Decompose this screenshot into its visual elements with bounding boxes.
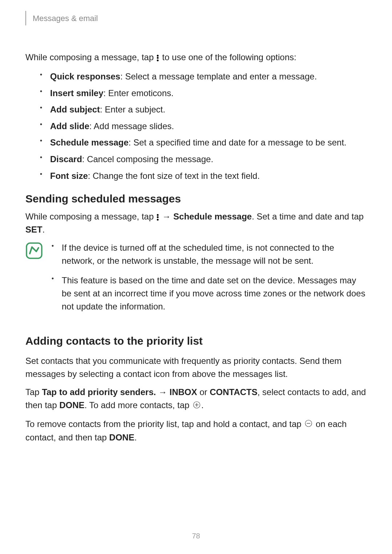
tap-priority-label: Tap to add priority senders.: [42, 387, 156, 397]
option-label: Add subject: [50, 104, 100, 114]
text-fragment: →: [156, 387, 170, 397]
list-item: Add subject: Enter a subject.: [40, 103, 367, 116]
option-desc: : Enter emoticons.: [103, 88, 173, 98]
list-item: Font size: Change the font size of text …: [40, 170, 367, 182]
priority-para2: Tap Tap to add priority senders. → INBOX…: [25, 386, 367, 413]
option-desc: : Set a specified time and date for a me…: [128, 138, 346, 147]
text-fragment: .: [42, 225, 45, 234]
text-fragment: or: [197, 387, 210, 397]
contacts-label: CONTACTS: [210, 387, 258, 397]
option-label: Discard: [50, 154, 82, 164]
intro-before: While composing a message, tap: [25, 52, 156, 62]
note-item: This feature is based on the time and da…: [52, 274, 367, 313]
option-desc: : Add message slides.: [89, 121, 174, 131]
note-block: If the device is turned off at the sched…: [25, 241, 367, 320]
inbox-label: INBOX: [170, 387, 197, 397]
text-fragment: . Set a time and date and tap: [252, 212, 364, 221]
schedule-paragraph: While composing a message, tap → Schedul…: [25, 210, 367, 236]
text-fragment: Tap: [25, 387, 42, 397]
note-icon: [25, 242, 43, 261]
header-tick: [25, 11, 26, 25]
list-item: Quick responses: Select a message templa…: [40, 70, 367, 83]
option-label: Insert smiley: [50, 88, 103, 98]
option-desc: : Select a message template and enter a …: [120, 71, 317, 81]
minus-circle-icon: [305, 418, 313, 431]
section-heading-schedule: Sending scheduled messages: [25, 193, 367, 205]
done-label: DONE: [109, 432, 134, 442]
text-fragment: To remove contacts from the priority lis…: [25, 419, 304, 429]
intro-paragraph: While composing a message, tap to use on…: [25, 51, 367, 64]
options-list: Quick responses: Select a message templa…: [25, 70, 367, 182]
option-label: Font size: [50, 171, 88, 181]
list-item: Discard: Cancel composing the message.: [40, 153, 367, 165]
list-item: Schedule message: Set a specified time a…: [40, 136, 367, 149]
page-number: 78: [0, 532, 392, 540]
option-label: Quick responses: [50, 71, 120, 81]
header-title: Messages & email: [33, 14, 98, 25]
set-label: SET: [25, 225, 42, 234]
schedule-message-label: Schedule message: [173, 212, 252, 221]
priority-para3: To remove contacts from the priority lis…: [25, 418, 367, 444]
option-desc: : Cancel composing the message.: [82, 154, 213, 164]
option-label: Schedule message: [50, 138, 128, 147]
option-desc: : Enter a subject.: [100, 104, 165, 114]
list-item: Insert smiley: Enter emoticons.: [40, 87, 367, 99]
more-options-icon: [157, 214, 159, 221]
intro-after: to use one of the following options:: [160, 52, 296, 62]
text-fragment: .: [134, 432, 137, 442]
note-list: If the device is turned off at the sched…: [52, 241, 367, 320]
text-fragment: →: [160, 212, 173, 221]
option-label: Add slide: [50, 121, 89, 131]
plus-circle-icon: [193, 399, 201, 413]
svg-rect-0: [26, 243, 42, 258]
option-desc: : Change the font size of text in the te…: [88, 171, 260, 181]
list-item: Add slide: Add message slides.: [40, 120, 367, 132]
priority-para1: Set contacts that you communicate with f…: [25, 354, 367, 381]
text-fragment: .: [201, 400, 204, 410]
done-label: DONE: [59, 400, 84, 410]
text-fragment: . To add more contacts, tap: [85, 400, 192, 410]
text-fragment: While composing a message, tap: [25, 212, 156, 221]
more-options-icon: [157, 55, 159, 61]
note-item: If the device is turned off at the sched…: [52, 241, 367, 267]
section-heading-priority: Adding contacts to the priority list: [25, 335, 367, 347]
page-header: Messages & email: [25, 11, 367, 25]
